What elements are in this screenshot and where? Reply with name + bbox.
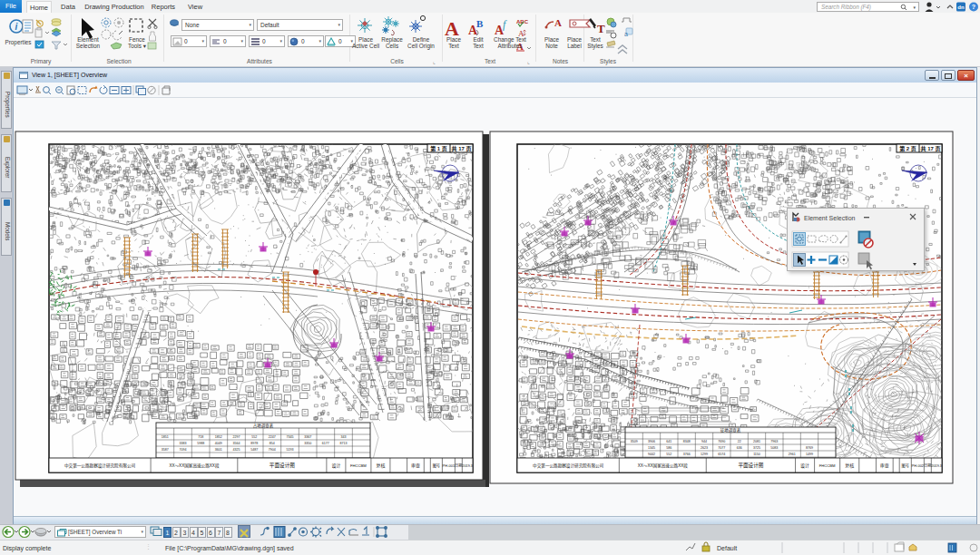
svg-text:3509: 3509 xyxy=(631,440,638,443)
svg-text:6574: 6574 xyxy=(718,453,725,456)
svg-text:3766: 3766 xyxy=(683,453,691,456)
svg-text:1345: 1345 xyxy=(648,446,655,450)
svg-text:2961: 2961 xyxy=(789,453,796,456)
svg-text:PH-002: PH-002 xyxy=(912,463,925,468)
svg-text:3906: 3906 xyxy=(648,440,655,443)
svg-text:718: 718 xyxy=(198,435,203,439)
svg-text:586: 586 xyxy=(666,446,671,450)
svg-text:中交第一公路勘察设计研究院有限公司: 中交第一公路勘察设计研究院有限公司 xyxy=(533,462,604,469)
svg-text:552: 552 xyxy=(666,453,671,456)
svg-text:中交第一公路勘察设计研究院有限公司: 中交第一公路勘察设计研究院有限公司 xyxy=(64,462,136,469)
svg-text:4325: 4325 xyxy=(233,448,240,452)
svg-text:日期: 日期 xyxy=(455,462,462,468)
svg-text:5193: 5193 xyxy=(287,448,294,452)
svg-text:Element Selection: Element Selection xyxy=(804,215,856,221)
svg-text:2019.3: 2019.3 xyxy=(462,464,473,468)
svg-text:1150: 1150 xyxy=(753,453,760,456)
svg-text:9442: 9442 xyxy=(648,453,655,456)
svg-text:3383: 3383 xyxy=(180,442,187,445)
svg-text:7904: 7904 xyxy=(269,448,276,452)
svg-text:PH-001: PH-001 xyxy=(443,463,456,468)
svg-text:设计: 设计 xyxy=(800,462,809,469)
svg-text:3725: 3725 xyxy=(753,446,760,450)
svg-text:FHCCBM: FHCCBM xyxy=(350,463,367,468)
svg-text:5487: 5487 xyxy=(250,448,258,452)
svg-text:第 1 页: 第 1 页 xyxy=(429,145,447,152)
svg-text:3587: 3587 xyxy=(162,448,169,452)
svg-text:1851: 1851 xyxy=(162,435,169,439)
svg-text:8348: 8348 xyxy=(683,440,691,443)
svg-text:4049: 4049 xyxy=(215,442,222,445)
svg-text:2297: 2297 xyxy=(233,435,240,439)
svg-text:XX～XX国家高速公路XX段: XX～XX国家高速公路XX段 xyxy=(638,462,689,469)
svg-text:共 17 页: 共 17 页 xyxy=(451,145,471,152)
svg-text:8769: 8769 xyxy=(806,446,813,450)
svg-text:审查: 审查 xyxy=(411,462,420,469)
svg-text:636: 636 xyxy=(737,446,742,450)
svg-text:复核: 复核 xyxy=(845,462,854,469)
svg-text:FHCCBM: FHCCBM xyxy=(819,463,836,468)
svg-text:8713: 8713 xyxy=(340,442,348,445)
svg-text:审查: 审查 xyxy=(880,462,889,469)
svg-text:3367: 3367 xyxy=(304,435,311,439)
svg-text:7094: 7094 xyxy=(180,448,187,452)
svg-text:7963: 7963 xyxy=(770,440,778,443)
svg-text:平面设计图: 平面设计图 xyxy=(270,462,295,469)
svg-text:第 2 页: 第 2 页 xyxy=(898,145,916,152)
svg-text:343: 343 xyxy=(341,435,347,439)
svg-text:共 17 页: 共 17 页 xyxy=(920,145,940,152)
svg-text:2247: 2247 xyxy=(269,435,276,439)
svg-text:2623: 2623 xyxy=(701,446,708,450)
svg-text:22: 22 xyxy=(738,440,741,443)
svg-text:7345: 7345 xyxy=(287,435,294,439)
svg-text:6177: 6177 xyxy=(322,442,329,445)
svg-text:日期: 日期 xyxy=(924,462,931,468)
svg-text:2019.3: 2019.3 xyxy=(931,464,942,468)
svg-text:7690: 7690 xyxy=(718,440,725,443)
svg-text:征地调查表: 征地调查表 xyxy=(720,427,741,433)
svg-text:552: 552 xyxy=(251,435,257,439)
svg-text:641: 641 xyxy=(666,440,671,443)
svg-text:1499: 1499 xyxy=(806,453,813,456)
svg-text:944: 944 xyxy=(701,440,707,443)
svg-text:占地调查表: 占地调查表 xyxy=(253,423,274,429)
svg-text:设计: 设计 xyxy=(331,462,340,469)
svg-text:3564: 3564 xyxy=(233,442,240,445)
svg-text:3601: 3601 xyxy=(215,448,222,452)
svg-text:1852: 1852 xyxy=(215,435,222,439)
svg-text:7077: 7077 xyxy=(718,446,725,450)
svg-text:XX～XX国家高速公路XX段: XX～XX国家高速公路XX段 xyxy=(169,462,220,469)
svg-text:2081: 2081 xyxy=(753,440,760,443)
svg-text:平面设计图: 平面设计图 xyxy=(738,462,763,469)
svg-text:854: 854 xyxy=(270,442,275,445)
svg-text:5988: 5988 xyxy=(197,442,204,445)
svg-text:3350: 3350 xyxy=(304,442,311,445)
svg-text:8978: 8978 xyxy=(250,442,258,445)
svg-text:5083: 5083 xyxy=(770,446,778,450)
svg-text:复核: 复核 xyxy=(376,462,385,469)
svg-text:1299: 1299 xyxy=(701,453,708,456)
